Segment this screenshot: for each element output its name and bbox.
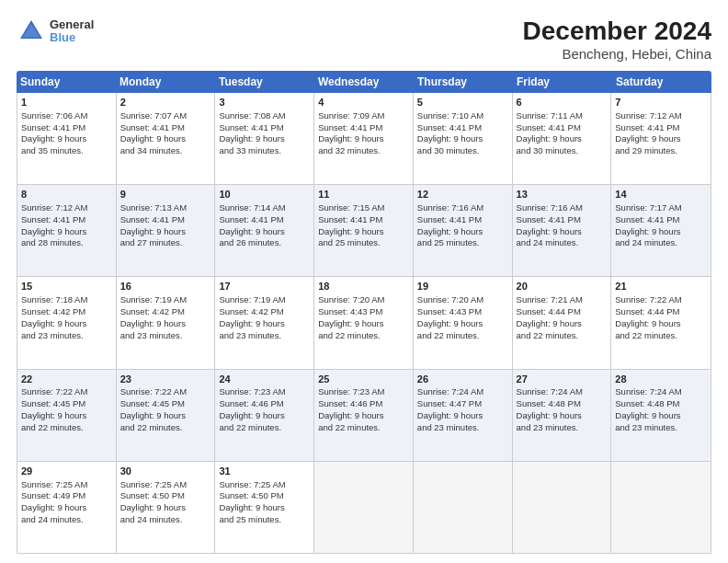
day-info-line: and 22 minutes.	[517, 330, 608, 342]
day-cell: 24Sunrise: 7:23 AMSunset: 4:46 PMDayligh…	[215, 370, 314, 461]
day-info-line: and 23 minutes.	[120, 330, 211, 342]
day-info-line: Sunset: 4:41 PM	[517, 214, 608, 226]
day-number: 6	[517, 96, 608, 109]
day-info-line: and 28 minutes.	[21, 237, 112, 249]
calendar-row: 15Sunrise: 7:18 AMSunset: 4:42 PMDayligh…	[17, 277, 711, 369]
day-info-line: Sunrise: 7:18 AM	[21, 294, 112, 306]
day-info-line: Sunrise: 7:11 AM	[517, 110, 608, 122]
logo-line2: Blue	[50, 31, 94, 44]
day-info-line: Daylight: 9 hours	[615, 226, 707, 238]
day-cell: 4Sunrise: 7:09 AMSunset: 4:41 PMDaylight…	[314, 93, 414, 184]
day-cell: 5Sunrise: 7:10 AMSunset: 4:41 PMDaylight…	[414, 93, 513, 184]
day-info-line: and 22 minutes.	[219, 422, 310, 434]
header: General Blue December 2024 Bencheng, Heb…	[17, 17, 711, 62]
day-number: 5	[417, 96, 508, 109]
day-info-line: Daylight: 9 hours	[517, 226, 608, 238]
day-info-line: Daylight: 9 hours	[517, 410, 608, 422]
day-info-line: Sunset: 4:49 PM	[21, 490, 112, 502]
day-info-line: Sunrise: 7:19 AM	[219, 294, 310, 306]
day-info-line: Daylight: 9 hours	[21, 133, 112, 145]
weekday-header: Friday	[513, 71, 612, 93]
day-cell: 26Sunrise: 7:24 AMSunset: 4:47 PMDayligh…	[414, 370, 513, 461]
day-info-line: Daylight: 9 hours	[120, 502, 211, 514]
day-info-line: Sunset: 4:41 PM	[417, 214, 508, 226]
day-info-line: Daylight: 9 hours	[219, 410, 310, 422]
day-cell: 10Sunrise: 7:14 AMSunset: 4:41 PMDayligh…	[215, 185, 314, 276]
day-cell: 7Sunrise: 7:12 AMSunset: 4:41 PMDaylight…	[611, 93, 711, 184]
weekday-header: Sunday	[17, 71, 116, 93]
day-number: 22	[21, 373, 112, 386]
day-cell: 6Sunrise: 7:11 AMSunset: 4:41 PMDaylight…	[513, 93, 612, 184]
day-info-line: Sunset: 4:47 PM	[417, 398, 508, 410]
day-cell: 21Sunrise: 7:22 AMSunset: 4:44 PMDayligh…	[611, 277, 711, 368]
day-info-line: Sunset: 4:44 PM	[615, 306, 707, 318]
day-info-line: Sunset: 4:48 PM	[517, 398, 608, 410]
day-info-line: Sunset: 4:41 PM	[318, 122, 409, 134]
day-info-line: and 25 minutes.	[219, 514, 310, 526]
day-info-line: and 27 minutes.	[120, 237, 211, 249]
day-info-line: Sunset: 4:48 PM	[615, 398, 707, 410]
day-info-line: Sunrise: 7:25 AM	[120, 479, 211, 491]
day-number: 21	[615, 280, 707, 293]
day-number: 20	[517, 280, 608, 293]
calendar-subtitle: Bencheng, Hebei, China	[523, 46, 711, 62]
day-number: 4	[318, 96, 409, 109]
weekday-header: Monday	[116, 71, 215, 93]
day-info-line: Daylight: 9 hours	[417, 226, 508, 238]
day-info-line: Sunrise: 7:24 AM	[417, 386, 508, 398]
logo-text: General Blue	[50, 18, 94, 45]
day-cell: 2Sunrise: 7:07 AMSunset: 4:41 PMDaylight…	[117, 93, 216, 184]
day-info-line: and 32 minutes.	[318, 145, 409, 157]
title-block: December 2024 Bencheng, Hebei, China	[523, 17, 711, 62]
day-info-line: Daylight: 9 hours	[21, 318, 112, 330]
day-info-line: Sunset: 4:46 PM	[318, 398, 409, 410]
day-cell: 30Sunrise: 7:25 AMSunset: 4:50 PMDayligh…	[117, 462, 216, 553]
day-info-line: Sunset: 4:44 PM	[517, 306, 608, 318]
day-info-line: Daylight: 9 hours	[219, 226, 310, 238]
day-cell: 25Sunrise: 7:23 AMSunset: 4:46 PMDayligh…	[314, 370, 414, 461]
day-number: 10	[219, 188, 310, 201]
day-info-line: Sunset: 4:45 PM	[120, 398, 211, 410]
day-cell: 29Sunrise: 7:25 AMSunset: 4:49 PMDayligh…	[17, 462, 117, 553]
day-info-line: Daylight: 9 hours	[615, 318, 707, 330]
day-number: 15	[21, 280, 112, 293]
day-info-line: Sunrise: 7:22 AM	[615, 294, 707, 306]
day-info-line: Daylight: 9 hours	[120, 410, 211, 422]
day-info-line: Daylight: 9 hours	[318, 318, 409, 330]
day-info-line: Sunrise: 7:25 AM	[21, 479, 112, 491]
day-info-line: and 33 minutes.	[219, 145, 310, 157]
day-info-line: Sunrise: 7:24 AM	[517, 386, 608, 398]
calendar-row: 1Sunrise: 7:06 AMSunset: 4:41 PMDaylight…	[17, 93, 711, 185]
day-info-line: Daylight: 9 hours	[615, 133, 707, 145]
day-number: 19	[417, 280, 508, 293]
day-info-line: Sunset: 4:41 PM	[517, 122, 608, 134]
day-info-line: Sunset: 4:41 PM	[615, 122, 707, 134]
day-cell: 9Sunrise: 7:13 AMSunset: 4:41 PMDaylight…	[117, 185, 216, 276]
day-cell: 15Sunrise: 7:18 AMSunset: 4:42 PMDayligh…	[17, 277, 117, 368]
page: General Blue December 2024 Bencheng, Heb…	[0, 0, 728, 563]
day-info-line: and 24 minutes.	[517, 237, 608, 249]
day-info-line: Sunrise: 7:21 AM	[517, 294, 608, 306]
day-info-line: Sunset: 4:41 PM	[120, 122, 211, 134]
weekday-header: Saturday	[612, 71, 711, 93]
logo-icon	[17, 17, 46, 46]
day-info-line: Sunrise: 7:06 AM	[21, 110, 112, 122]
day-info-line: and 30 minutes.	[417, 145, 508, 157]
day-number: 23	[120, 373, 211, 386]
day-number: 29	[21, 465, 112, 478]
day-info-line: Sunrise: 7:16 AM	[417, 202, 508, 214]
day-info-line: Sunset: 4:46 PM	[219, 398, 310, 410]
day-info-line: Sunset: 4:41 PM	[21, 122, 112, 134]
day-info-line: Sunset: 4:50 PM	[219, 490, 310, 502]
day-info-line: and 24 minutes.	[21, 514, 112, 526]
empty-cell	[414, 462, 513, 553]
day-info-line: and 24 minutes.	[120, 514, 211, 526]
day-info-line: Daylight: 9 hours	[318, 133, 409, 145]
day-info-line: and 22 minutes.	[417, 330, 508, 342]
day-number: 13	[517, 188, 608, 201]
day-info-line: Sunrise: 7:15 AM	[318, 202, 409, 214]
empty-cell	[513, 462, 612, 553]
day-info-line: Daylight: 9 hours	[219, 502, 310, 514]
day-info-line: and 30 minutes.	[517, 145, 608, 157]
logo-line1: General	[50, 18, 94, 31]
